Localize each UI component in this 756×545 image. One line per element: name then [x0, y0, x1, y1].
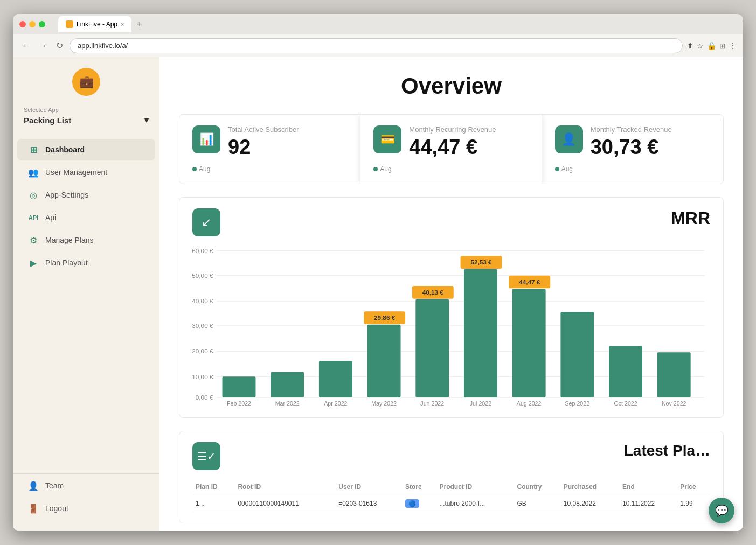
table-row: 1... 00000110000149011 =0203-01613 🔵 ...… — [192, 495, 710, 512]
app-selector-label: Selected App — [24, 107, 149, 113]
bar-sep-2022 — [560, 312, 594, 397]
back-button[interactable]: ← — [19, 40, 32, 52]
svg-text:30,00 €: 30,00 € — [192, 322, 213, 329]
chat-fab-button[interactable]: 💬 — [709, 498, 734, 523]
metric-cards: 📊 Total Active Subscriber 92 Aug 💳 — [179, 114, 724, 184]
col-product-id: Product ID — [436, 479, 514, 495]
svg-text:Sep 2022: Sep 2022 — [565, 400, 589, 407]
main-content: Overview 📊 Total Active Subscriber 92 Au… — [159, 57, 743, 531]
col-store: Store — [402, 479, 436, 495]
reload-button[interactable]: ↻ — [54, 39, 65, 52]
dashboard-icon: ⊞ — [28, 144, 39, 155]
svg-text:40,00 €: 40,00 € — [192, 297, 213, 304]
app-logo: 💼 — [72, 68, 100, 96]
svg-text:Mar 2022: Mar 2022 — [275, 400, 300, 407]
sidebar-item-api[interactable]: API Api — [17, 207, 155, 228]
bookmark-icon[interactable]: ☆ — [697, 41, 704, 50]
mrr-period: Aug — [380, 165, 391, 173]
mrr-chart-svg: 60,00 € 50,00 € 40,00 € 30,00 € 20,00 € … — [192, 245, 710, 407]
close-button[interactable] — [19, 21, 26, 27]
svg-text:50,00 €: 50,00 € — [192, 272, 213, 279]
metric-card-mrr: 💳 Monthly Recurring Revenue 44,47 € Aug — [360, 115, 542, 184]
cell-price: 1.99 — [677, 495, 710, 512]
mrr-metric-footer: Aug — [373, 165, 528, 173]
svg-text:10,00 €: 10,00 € — [192, 373, 213, 380]
tab-favicon — [66, 20, 73, 28]
app-selector[interactable]: Selected App Packing List ▾ — [13, 107, 159, 125]
api-icon: API — [28, 212, 39, 223]
menu-icon[interactable]: ⋮ — [729, 41, 737, 50]
cell-end: 10.11.2022 — [619, 495, 677, 512]
bar-may-2022 — [367, 325, 401, 397]
metric-card-tracked: 👤 Monthly Tracked Revenue 30,73 € Aug — [542, 115, 723, 184]
tracked-dot — [555, 167, 559, 171]
sidebar-item-manage-plans[interactable]: ⚙ Manage Plans — [17, 229, 155, 251]
tab-title: LinkFive - App — [77, 20, 117, 28]
plans-section: ☰✓ Latest Pla… Plan ID Root ID User ID S… — [179, 431, 724, 523]
cell-product-id: ...tubro 2000-f... — [436, 495, 514, 512]
col-plan-id: Plan ID — [192, 479, 234, 495]
dropdown-chevron-icon: ▾ — [144, 115, 149, 125]
cell-store: 🔵 — [402, 495, 436, 512]
fullscreen-button[interactable] — [39, 21, 45, 27]
extension-icon[interactable]: 🔒 — [707, 41, 716, 50]
subscriber-metric-value: 92 — [228, 136, 347, 159]
tracked-metric-value: 30,73 € — [591, 136, 710, 159]
forward-button[interactable]: → — [37, 40, 50, 52]
sidebar-item-plan-playout[interactable]: ▶ Plan Playout — [17, 252, 155, 274]
svg-text:60,00 €: 60,00 € — [192, 247, 213, 254]
sidebar-item-label: Api — [45, 213, 56, 222]
tab-close-button[interactable]: × — [121, 21, 124, 27]
col-country: Country — [514, 479, 560, 495]
mrr-metric-label: Monthly Recurring Revenue — [409, 125, 528, 134]
user-management-icon: 👥 — [28, 167, 39, 178]
chat-fab-icon: 💬 — [715, 504, 729, 517]
traffic-lights — [19, 21, 45, 27]
subscriber-dot — [192, 167, 197, 171]
app-settings-icon: ◎ — [28, 190, 39, 200]
active-tab[interactable]: LinkFive - App × — [58, 16, 131, 32]
sidebar-bottom: 👤 Team 🚪 Logout — [13, 473, 159, 520]
sidebar-item-label: Team — [45, 481, 64, 490]
bar-feb-2022 — [223, 376, 256, 397]
logout-icon: 🚪 — [28, 503, 39, 514]
app-selector-dropdown[interactable]: Packing List ▾ — [24, 115, 149, 125]
svg-text:Apr 2022: Apr 2022 — [324, 400, 347, 407]
col-price: Price — [677, 479, 710, 495]
nav-items: ⊞ Dashboard 👥 User Management ◎ App-Sett… — [13, 138, 159, 468]
subscriber-period: Aug — [199, 165, 210, 173]
sidebar-item-app-settings[interactable]: ◎ App-Settings — [17, 184, 155, 206]
address-bar[interactable]: app.linkfive.io/a/ — [70, 38, 683, 53]
svg-text:0,00 €: 0,00 € — [196, 394, 213, 401]
tracked-metric-label: Monthly Tracked Revenue — [591, 125, 710, 134]
svg-text:44,47 €: 44,47 € — [519, 278, 540, 285]
tracked-metric-icon: 👤 — [555, 125, 583, 153]
selected-app-name: Packing List — [24, 116, 71, 125]
chart-section: ↙ MRR 60,00 € 50,00 € 40,00 € 30,00 € 20… — [179, 197, 724, 418]
svg-text:Nov 2022: Nov 2022 — [662, 400, 686, 407]
new-tab-button[interactable]: + — [134, 19, 145, 29]
bar-nov-2022 — [657, 352, 691, 397]
minimize-button[interactable] — [29, 21, 36, 27]
cell-root-id: 00000110000149011 — [234, 495, 335, 512]
tab-bar: LinkFive - App × + — [58, 16, 145, 32]
cell-purchased: 10.08.2022 — [560, 495, 619, 512]
mrr-dot — [373, 167, 378, 171]
sidebar: 💼 Selected App Packing List ▾ ⊞ Dashboar… — [13, 57, 159, 531]
bar-aug-2022 — [512, 289, 546, 397]
bar-mar-2022 — [271, 372, 304, 397]
metric-card-subscriber: 📊 Total Active Subscriber 92 Aug — [179, 115, 360, 184]
sidebar-item-user-management[interactable]: 👥 User Management — [17, 162, 155, 183]
app-container: 💼 Selected App Packing List ▾ ⊞ Dashboar… — [13, 57, 743, 531]
chart-area: 60,00 € 50,00 € 40,00 € 30,00 € 20,00 € … — [192, 245, 710, 407]
tracked-metric-footer: Aug — [555, 165, 710, 173]
share-icon[interactable]: ⬆ — [687, 41, 693, 50]
sidebar-item-team[interactable]: 👤 Team — [17, 475, 155, 497]
team-icon: 👤 — [28, 480, 39, 491]
sidebar-item-logout[interactable]: 🚪 Logout — [17, 498, 155, 519]
extensions-icon[interactable]: ⊞ — [719, 41, 726, 50]
sidebar-item-dashboard[interactable]: ⊞ Dashboard — [17, 139, 155, 160]
page-title: Overview — [179, 73, 724, 99]
bar-apr-2022 — [319, 361, 352, 397]
col-end: End — [619, 479, 677, 495]
